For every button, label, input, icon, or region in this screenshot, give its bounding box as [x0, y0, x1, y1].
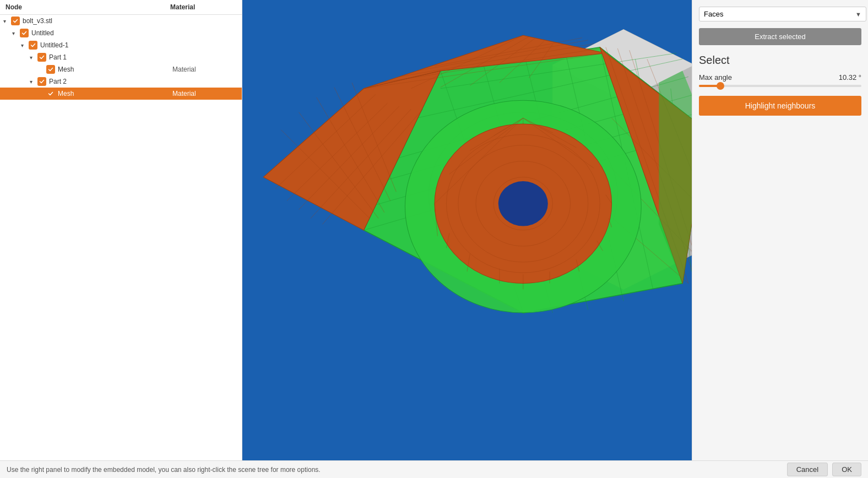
- ok-button[interactable]: OK: [832, 463, 861, 476]
- highlight-neighbours-button[interactable]: Highlight neighbours: [699, 96, 861, 116]
- slider-fill: [699, 85, 718, 87]
- item-label: bolt_v3.stl: [23, 17, 172, 25]
- checkbox-icon[interactable]: [46, 89, 55, 98]
- item-label: Untitled-1: [40, 41, 172, 49]
- dropdown-row: Faces Edges Vertices ▼: [699, 7, 861, 21]
- header-node: Node: [6, 3, 170, 11]
- slider-container: [699, 85, 861, 87]
- select-heading: Select: [699, 54, 861, 67]
- status-buttons: Cancel OK: [787, 463, 861, 476]
- checkbox-icon[interactable]: [37, 53, 46, 62]
- tree-body: ▾bolt_v3.stl▾Untitled▾Untitled-1▾Part 1M…: [0, 15, 242, 460]
- max-angle-value: 10.32 °: [839, 73, 861, 82]
- tree-item-part2-mesh[interactable]: MeshMaterial: [0, 88, 242, 100]
- checkbox-icon[interactable]: [46, 65, 55, 74]
- chevron-icon: ▾: [3, 18, 11, 24]
- status-bar: Use the right panel to modify the embedd…: [0, 460, 868, 478]
- chevron-icon: ▾: [12, 30, 20, 36]
- item-material: Material: [172, 90, 238, 97]
- tree-item-part1-mesh[interactable]: MeshMaterial: [0, 63, 242, 75]
- tree-item-untitled-1[interactable]: ▾Untitled-1: [0, 39, 242, 51]
- item-label: Untitled: [31, 29, 172, 37]
- max-angle-label: Max angle: [699, 73, 732, 82]
- max-angle-row: Max angle 10.32 °: [699, 73, 861, 82]
- checkbox-icon[interactable]: [37, 77, 46, 86]
- chevron-icon: ▾: [30, 79, 37, 85]
- chevron-icon: ▾: [21, 42, 29, 48]
- tree-header: Node Material: [0, 0, 242, 15]
- viewport[interactable]: [242, 0, 692, 460]
- cancel-button[interactable]: Cancel: [787, 463, 828, 476]
- chevron-icon: ▾: [30, 55, 37, 61]
- scene-background: [242, 0, 692, 460]
- item-label: Mesh: [58, 90, 172, 97]
- tree-item-part1[interactable]: ▾Part 1: [0, 51, 242, 63]
- tree-item-untitled[interactable]: ▾Untitled: [0, 27, 242, 39]
- checkbox-icon[interactable]: [20, 29, 29, 37]
- scene-svg: [242, 0, 692, 460]
- header-material: Material: [170, 3, 236, 11]
- right-panel: Faces Edges Vertices ▼ Extract selected …: [692, 0, 868, 460]
- slider-thumb[interactable]: [717, 82, 724, 90]
- faces-dropdown[interactable]: Faces Edges Vertices: [699, 7, 866, 21]
- extract-selected-button[interactable]: Extract selected: [699, 28, 861, 45]
- slider-track: [699, 85, 861, 87]
- checkbox-icon[interactable]: [29, 41, 37, 50]
- item-label: Part 2: [49, 78, 172, 85]
- status-text: Use the right panel to modify the embedd…: [7, 466, 321, 474]
- svg-point-83: [498, 181, 548, 226]
- item-label: Mesh: [58, 66, 172, 73]
- checkbox-icon[interactable]: [11, 17, 20, 25]
- left-panel: Node Material ▾bolt_v3.stl▾Untitled▾Unti…: [0, 0, 242, 460]
- tree-item-bolt_v3[interactable]: ▾bolt_v3.stl: [0, 15, 242, 27]
- tree-item-part2[interactable]: ▾Part 2: [0, 75, 242, 88]
- item-material: Material: [172, 66, 238, 73]
- item-label: Part 1: [49, 53, 172, 61]
